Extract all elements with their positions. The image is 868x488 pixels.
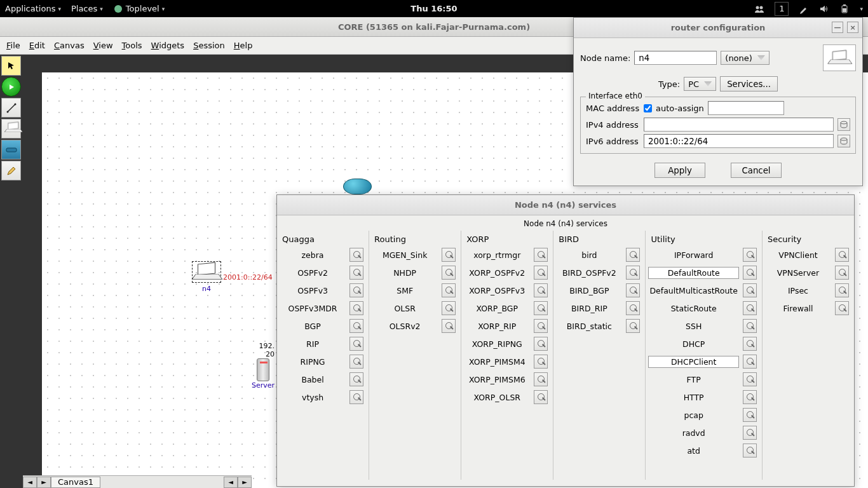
service-toggle[interactable]: BIRD_OSPFv2 xyxy=(556,267,622,279)
menu-widgets[interactable]: Widgets xyxy=(151,41,185,50)
service-toggle[interactable]: XORP_PIMSM4 xyxy=(464,356,530,368)
services-button[interactable]: Services... xyxy=(720,76,778,92)
magnify-icon[interactable] xyxy=(743,301,757,315)
service-toggle[interactable]: VPNClient xyxy=(765,249,831,261)
magnify-icon[interactable] xyxy=(442,283,456,297)
tool-link[interactable] xyxy=(1,98,21,118)
service-toggle[interactable]: OSPFv2 xyxy=(280,267,346,279)
ipv6-input[interactable] xyxy=(644,134,834,148)
ipv4-input[interactable] xyxy=(644,118,834,132)
service-toggle[interactable]: BIRD_BGP xyxy=(556,285,622,297)
service-toggle[interactable]: OSPFv3 xyxy=(280,285,346,297)
magnify-icon[interactable] xyxy=(534,355,548,369)
apply-button[interactable]: Apply xyxy=(654,163,705,178)
service-toggle[interactable]: BIRD_RIP xyxy=(556,302,622,315)
users-icon[interactable] xyxy=(754,4,764,14)
nodename-group-combo[interactable]: (none) xyxy=(721,51,770,65)
magnify-icon[interactable] xyxy=(743,266,757,280)
menu-canvas[interactable]: Canvas xyxy=(54,41,85,50)
service-toggle[interactable]: BGP xyxy=(280,320,346,332)
close-icon[interactable]: × xyxy=(847,22,858,33)
magnify-icon[interactable] xyxy=(534,266,548,280)
service-toggle[interactable]: DefaultMulticastRoute xyxy=(648,285,738,297)
magnify-icon[interactable] xyxy=(743,444,757,458)
magnify-icon[interactable] xyxy=(349,248,363,262)
places-menu[interactable]: Places▾ xyxy=(71,4,103,13)
magnify-icon[interactable] xyxy=(349,283,363,297)
service-toggle[interactable]: SMF xyxy=(372,285,438,297)
magnify-icon[interactable] xyxy=(349,337,363,351)
magnify-icon[interactable] xyxy=(743,372,757,386)
node-n4[interactable]: n4 xyxy=(192,261,221,293)
menu-view[interactable]: View xyxy=(93,41,113,50)
tab-scroll-right[interactable]: ► xyxy=(37,477,51,488)
nodename-input[interactable] xyxy=(634,51,717,65)
node-icon-preview[interactable] xyxy=(823,44,856,71)
service-toggle[interactable]: VPNServer xyxy=(765,267,831,279)
magnify-icon[interactable] xyxy=(835,266,849,280)
tool-router-node[interactable] xyxy=(1,119,21,139)
service-toggle[interactable]: OLSRv2 xyxy=(372,320,438,332)
service-toggle[interactable]: XORP_OLSR xyxy=(464,391,530,403)
service-toggle[interactable]: RIP xyxy=(280,338,346,350)
mac-autoassign-checkbox[interactable] xyxy=(644,104,652,112)
node-server[interactable]: 192. 20 Server xyxy=(252,342,275,390)
magnify-icon[interactable] xyxy=(349,319,363,333)
menu-edit[interactable]: Edit xyxy=(29,41,45,50)
service-toggle[interactable]: XORP_BGP xyxy=(464,302,530,315)
ipv6-db-icon[interactable] xyxy=(837,135,850,147)
workspace-indicator[interactable]: 1 xyxy=(775,2,789,16)
cancel-button[interactable]: Cancel xyxy=(731,163,782,178)
service-toggle[interactable]: SSH xyxy=(648,320,738,332)
magnify-icon[interactable] xyxy=(349,266,363,280)
magnify-icon[interactable] xyxy=(835,248,849,262)
magnify-icon[interactable] xyxy=(534,301,548,315)
clock[interactable]: Thu 16:50 xyxy=(410,4,457,13)
service-toggle[interactable]: OSPFv3MDR xyxy=(280,302,346,315)
magnify-icon[interactable] xyxy=(743,248,757,262)
service-toggle[interactable]: XORP_OSPFv3 xyxy=(464,285,530,297)
service-toggle[interactable]: BIRD_static xyxy=(556,320,622,332)
magnify-icon[interactable] xyxy=(534,319,548,333)
magnify-icon[interactable] xyxy=(626,248,640,262)
menu-help[interactable]: Help xyxy=(234,41,253,50)
service-toggle[interactable]: DHCPClient xyxy=(648,356,738,368)
ipv4-db-icon[interactable] xyxy=(837,118,850,131)
service-toggle[interactable]: MGEN_Sink xyxy=(372,249,438,261)
service-toggle[interactable]: vtysh xyxy=(280,391,346,403)
canvas-tab[interactable]: Canvas1 xyxy=(51,477,100,488)
applications-menu[interactable]: Applications▾ xyxy=(5,4,61,13)
tab-scroll-right2[interactable]: ► xyxy=(238,477,252,488)
magnify-icon[interactable] xyxy=(835,301,849,315)
toplevel-menu[interactable]: Toplevel▾ xyxy=(113,4,165,14)
magnify-icon[interactable] xyxy=(743,283,757,297)
magnify-icon[interactable] xyxy=(835,283,849,297)
service-toggle[interactable]: Firewall xyxy=(765,302,831,315)
magnify-icon[interactable] xyxy=(743,355,757,369)
tool-hub-node[interactable] xyxy=(1,140,21,159)
tool-select[interactable] xyxy=(1,56,21,76)
service-toggle[interactable]: XORP_OSPFv2 xyxy=(464,267,530,279)
tool-annotate[interactable] xyxy=(1,161,21,180)
service-toggle[interactable]: Babel xyxy=(280,374,346,386)
magnify-icon[interactable] xyxy=(442,248,456,262)
magnify-icon[interactable] xyxy=(743,319,757,333)
magnify-icon[interactable] xyxy=(743,390,757,404)
service-toggle[interactable]: XORP_PIMSM6 xyxy=(464,374,530,386)
type-combo[interactable]: PC xyxy=(684,77,716,91)
service-toggle[interactable]: radvd xyxy=(648,427,738,439)
tool-start-session[interactable] xyxy=(1,77,21,97)
battery-icon[interactable] xyxy=(839,4,850,14)
magnify-icon[interactable] xyxy=(626,301,640,315)
service-toggle[interactable]: zebra xyxy=(280,249,346,261)
mac-input[interactable] xyxy=(708,101,784,115)
service-toggle[interactable]: XORP_RIP xyxy=(464,320,530,332)
service-toggle[interactable]: FTP xyxy=(648,374,738,386)
menu-session[interactable]: Session xyxy=(193,41,225,50)
tab-scroll-left2[interactable]: ◄ xyxy=(224,477,238,488)
service-toggle[interactable]: DefaultRoute xyxy=(648,267,738,279)
magnify-icon[interactable] xyxy=(534,390,548,404)
magnify-icon[interactable] xyxy=(442,266,456,280)
magnify-icon[interactable] xyxy=(743,337,757,351)
magnify-icon[interactable] xyxy=(349,301,363,315)
